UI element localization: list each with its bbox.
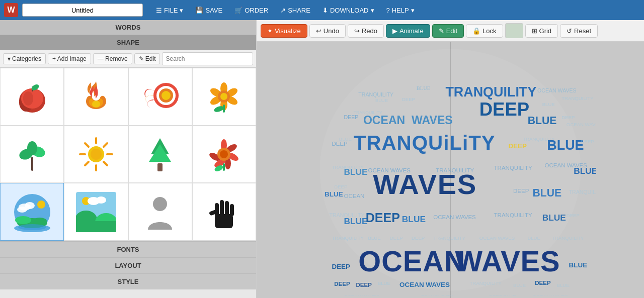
svg-text:OCEAN: OCEAN [363,114,405,127]
animate-button[interactable]: ▶ Animate [386,24,430,38]
grid-button[interactable]: ⊞ Grid [525,24,558,38]
svg-text:OCEAN WAVES: OCEAN WAVES [344,293,379,295]
svg-text:BLUE: BLUE [368,235,381,241]
svg-text:TRANQUILITY: TRANQUILITY [354,110,382,115]
nav-file[interactable]: ☰ FILE ▾ [151,5,188,16]
layout-section-header[interactable]: LAYOUT [0,257,256,273]
svg-text:OCEAN: OCEAN [344,193,364,199]
svg-text:BLUE: BLUE [542,213,566,223]
svg-text:DEEP: DEEP [567,213,580,218]
svg-point-3 [23,91,33,106]
nav-order[interactable]: 🛒 ORDER [229,5,273,16]
svg-text:DEEP: DEEP [390,235,403,241]
svg-rect-34 [157,163,163,171]
svg-text:DEEP BLUE: DEEP BLUE [489,293,516,295]
svg-point-64 [153,197,167,211]
shape-flower[interactable] [192,68,256,126]
svg-text:BLUE: BLUE [339,136,352,142]
order-icon: 🛒 [234,7,243,14]
svg-text:OCEAN WAVES: OCEAN WAVES [567,122,596,127]
svg-text:BLUE: BLUE [532,187,561,198]
shape-hand[interactable] [192,183,256,241]
nav-share[interactable]: ↗ SHARE [275,5,315,16]
svg-point-56 [18,224,46,230]
svg-text:BLUE: BLUE [513,282,526,288]
svg-text:TRANQUiLiTY: TRANQUiLiTY [354,131,496,154]
color-picker[interactable] [505,23,523,38]
svg-text:DEEP: DEEP [366,211,400,225]
svg-point-17 [220,93,227,100]
edit-canvas-icon: ✎ [439,27,444,35]
lock-icon: 🔒 [472,27,480,35]
svg-text:OCEAN: OCEAN [358,245,465,277]
chevron-down-icon: ▾ [8,55,11,62]
svg-text:TRANQUILITY: TRANQUILITY [569,189,596,195]
search-input[interactable] [162,52,253,65]
file-icon: ☰ [156,7,162,14]
svg-rect-45 [223,163,225,171]
svg-rect-68 [225,201,229,216]
svg-text:DEEP: DEEP [334,281,350,287]
svg-text:DEEP: DEEP [535,280,551,286]
svg-text:BLUE: BLUE [378,280,390,286]
svg-text:BLUE: BLUE [569,261,588,269]
document-title-input[interactable] [22,4,143,17]
save-icon: 💾 [195,7,203,14]
top-bar: W ☰ FILE ▾ 💾 SAVE 🛒 ORDER ↗ SHARE ⬇ DOWN… [0,0,644,20]
share-icon: ↗ [280,7,286,14]
nav-help[interactable]: ? HELP ▾ [381,5,420,16]
nav-download[interactable]: ⬇ DOWNLOAD ▾ [317,5,379,16]
shape-sun[interactable] [64,126,128,183]
redo-button[interactable]: ↪ Redo [348,24,384,38]
download-icon: ⬇ [323,7,328,14]
categories-button[interactable]: ▾ Categories [3,53,46,64]
svg-text:DEEP: DEEP [356,282,372,288]
shape-tree[interactable] [128,126,192,183]
svg-text:WAVES: WAVES [455,245,560,277]
canvas-area[interactable]: TRANQUILITY BLUE TRANQUILITY OCEAN WAVES… [257,42,644,298]
svg-text:OCEAN WAVES: OCEAN WAVES [433,214,476,220]
svg-text:BLUE: BLUE [325,190,343,198]
svg-text:TRANQUILITY: TRANQUILITY [421,293,453,295]
animate-icon: ▶ [392,27,397,35]
shape-hills[interactable] [64,183,128,241]
words-section-header[interactable]: WORDS [0,20,256,35]
svg-text:DEEP: DEEP [334,184,347,189]
dropdown-arrow: ▾ [411,7,415,14]
shape-section-header[interactable]: SHAPE [0,35,256,50]
edit-icon: ✎ [139,55,144,62]
svg-text:BLUE: BLUE [574,166,596,176]
reset-button[interactable]: ↺ Reset [560,24,598,38]
shape-sprout[interactable] [0,126,64,183]
svg-text:DEEP: DEEP [513,188,529,194]
visualize-button[interactable]: ✦ Visualize [261,24,307,38]
svg-text:BLUE: BLUE [528,115,557,126]
nav-save[interactable]: 💾 SAVE [190,5,227,16]
shape-landscape[interactable] [0,183,64,241]
svg-text:BLUE: BLUE [542,102,555,107]
shape-fire[interactable] [64,68,128,126]
svg-point-51 [33,218,47,225]
lock-button[interactable]: 🔒 Lock [466,24,503,38]
svg-text:DEEP: DEEP [508,142,527,150]
svg-text:DEEP: DEEP [402,96,415,102]
shape-comet[interactable] [128,68,192,126]
redo-icon: ↪ [354,27,360,35]
edit-button[interactable]: ✎ Edit [134,53,160,64]
svg-text:TRANQUILITY: TRANQUILITY [561,95,594,101]
remove-button[interactable]: — Remove [93,53,132,64]
svg-text:TRANQUILITY: TRANQUILITY [433,235,465,241]
action-toolbar: ✦ Visualize ↩ Undo ↪ Redo ▶ Animate ✎ Ed… [257,20,644,42]
svg-line-31 [85,162,89,165]
svg-point-44 [220,150,228,158]
svg-point-23 [27,141,37,155]
svg-text:BLUE: BLUE [402,214,426,224]
style-section-header[interactable]: STYLE [0,273,256,289]
edit-canvas-button[interactable]: ✎ Edit [432,24,464,38]
undo-button[interactable]: ↩ Undo [309,24,346,38]
fonts-section-header[interactable]: FONTS [0,241,256,257]
shape-silhouette[interactable] [128,183,192,241]
add-image-button[interactable]: + Add Image [48,53,91,64]
shape-daisy[interactable] [192,126,256,183]
shape-apple[interactable] [0,68,64,126]
